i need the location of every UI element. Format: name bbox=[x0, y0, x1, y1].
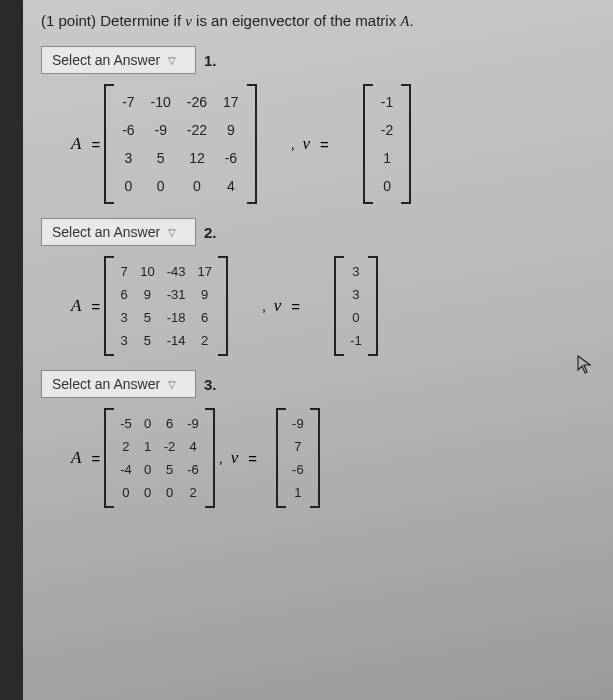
vector-v-2: 3 3 0 -1 bbox=[334, 260, 378, 352]
vector-v-1: -1 -2 1 0 bbox=[363, 88, 411, 200]
matrix-A-3: -506-9 21-24 -405-6 0002 bbox=[104, 412, 215, 504]
comma-2: , bbox=[262, 298, 266, 314]
equation-3: A = -506-9 21-24 -405-6 0002 , v = -9 7 … bbox=[41, 412, 595, 504]
vector-v-3: -9 7 -6 1 bbox=[276, 412, 320, 504]
equals-sign-3: = bbox=[91, 450, 100, 467]
equals-sign-2: = bbox=[91, 298, 100, 315]
problem-3: Select an Answer ▽ 3. A = -506-9 21-24 -… bbox=[41, 370, 595, 504]
chevron-down-icon: ▽ bbox=[168, 379, 176, 390]
q-text-3: . bbox=[410, 12, 414, 29]
matrix-A-1: -7-10-2617 -6-9-229 3512-6 0004 bbox=[104, 88, 257, 200]
question-prompt: (1 point) Determine if v is an eigenvect… bbox=[41, 12, 595, 30]
A-label: A bbox=[71, 134, 81, 154]
problem-number-3: 3. bbox=[204, 376, 217, 393]
problem-number-1: 1. bbox=[204, 52, 217, 69]
v-label: v bbox=[303, 134, 311, 154]
select-row-2: Select an Answer ▽ 2. bbox=[41, 218, 595, 246]
select-row-1: Select an Answer ▽ 1. bbox=[41, 46, 595, 74]
q-v-symbol: v bbox=[185, 13, 192, 29]
problem-1: Select an Answer ▽ 1. A = -7-10-2617 -6-… bbox=[41, 46, 595, 200]
problem-2: Select an Answer ▽ 2. A = 710-4317 69-31… bbox=[41, 218, 595, 352]
select-label-1: Select an Answer bbox=[52, 52, 160, 68]
q-text-2: is an eigenvector of the matrix bbox=[192, 12, 400, 29]
equation-1: A = -7-10-2617 -6-9-229 3512-6 0004 , v … bbox=[41, 88, 595, 200]
chevron-down-icon: ▽ bbox=[168, 55, 176, 66]
comma-1: , bbox=[291, 136, 295, 152]
cursor-icon bbox=[577, 355, 593, 380]
matrix-A-2: 710-4317 69-319 35-186 35-142 bbox=[104, 260, 228, 352]
problem-number-2: 2. bbox=[204, 224, 217, 241]
equation-2: A = 710-4317 69-319 35-186 35-142 , v = … bbox=[41, 260, 595, 352]
v-label-2: v bbox=[274, 296, 282, 316]
equals-sign-v3: = bbox=[248, 450, 257, 467]
comma-3: , bbox=[219, 450, 223, 466]
chevron-down-icon: ▽ bbox=[168, 227, 176, 238]
equals-sign-v: = bbox=[320, 136, 329, 153]
answer-select-1[interactable]: Select an Answer ▽ bbox=[41, 46, 196, 74]
equals-sign: = bbox=[91, 136, 100, 153]
answer-select-2[interactable]: Select an Answer ▽ bbox=[41, 218, 196, 246]
A-label-3: A bbox=[71, 448, 81, 468]
v-label-3: v bbox=[231, 448, 239, 468]
q-A-symbol: A bbox=[400, 13, 409, 29]
answer-select-3[interactable]: Select an Answer ▽ bbox=[41, 370, 196, 398]
equals-sign-v2: = bbox=[291, 298, 300, 315]
select-label-2: Select an Answer bbox=[52, 224, 160, 240]
points-label: (1 point) bbox=[41, 12, 96, 29]
select-row-3: Select an Answer ▽ 3. bbox=[41, 370, 595, 398]
A-label-2: A bbox=[71, 296, 81, 316]
select-label-3: Select an Answer bbox=[52, 376, 160, 392]
q-text-1: Determine if bbox=[100, 12, 185, 29]
page-container: (1 point) Determine if v is an eigenvect… bbox=[23, 0, 613, 700]
